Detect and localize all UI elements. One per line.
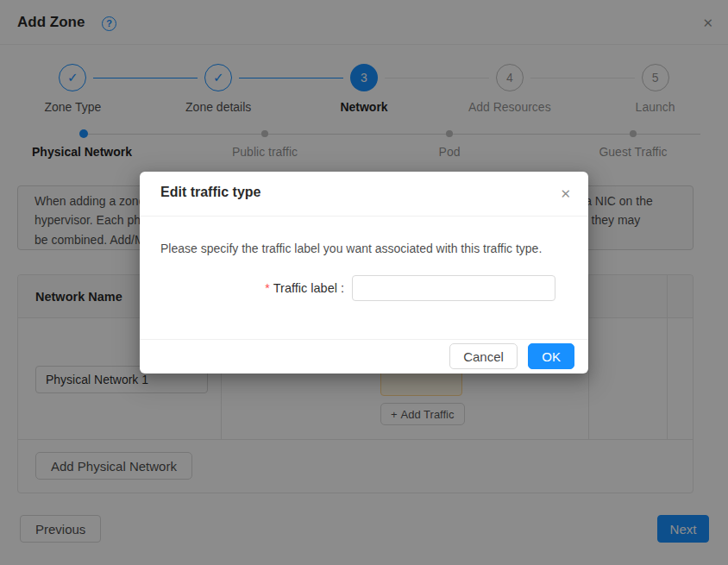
modal-body: Please specify the traffic label you wan… <box>140 217 588 339</box>
traffic-label-label: *Traffic label : <box>160 281 344 295</box>
modal-close-icon[interactable]: ✕ <box>560 186 571 202</box>
ok-label: OK <box>542 349 561 364</box>
modal-footer: Cancel OK <box>140 339 588 374</box>
field-label-colon: : <box>337 281 344 295</box>
ok-button[interactable]: OK <box>528 343 574 369</box>
add-zone-wizard: Add Zone ? ✕ ✓ Zone Type ✓ Zone details … <box>0 0 728 565</box>
modal-description: Please specify the traffic label you wan… <box>160 239 555 258</box>
field-label-text: Traffic label <box>273 281 337 295</box>
required-asterisk: * <box>265 281 269 295</box>
edit-traffic-type-dialog: Edit traffic type ✕ Please specify the t… <box>140 172 588 374</box>
cancel-label: Cancel <box>463 349 504 364</box>
traffic-label-form-row: *Traffic label : <box>160 275 568 301</box>
modal-title: Edit traffic type <box>160 185 260 199</box>
cancel-button[interactable]: Cancel <box>449 343 518 369</box>
traffic-label-input[interactable] <box>352 275 555 301</box>
modal-header: Edit traffic type ✕ <box>140 172 588 217</box>
